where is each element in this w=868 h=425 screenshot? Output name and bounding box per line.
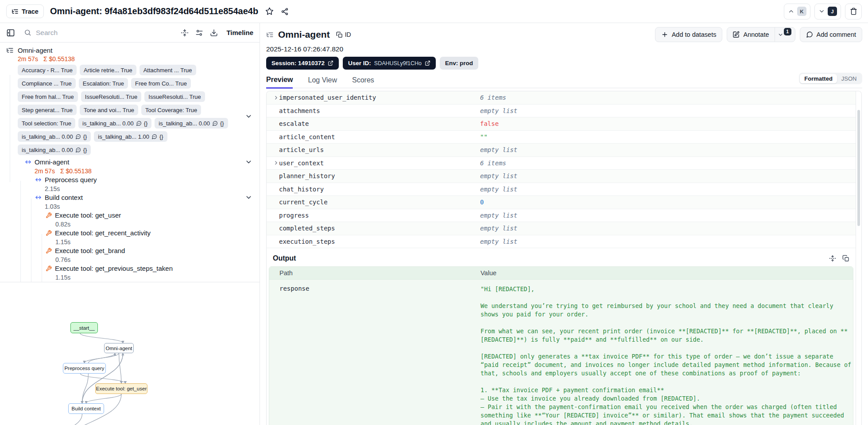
score-badge[interactable]: Compliance ... True: [18, 78, 76, 89]
tree-item[interactable]: Execute tool: get_user0.82s: [0, 211, 260, 229]
preview-row: article_content"": [267, 131, 856, 144]
copy-icon[interactable]: [842, 255, 849, 262]
wrench-icon: [46, 212, 52, 218]
score-badge[interactable]: Attachment ... True: [140, 65, 196, 75]
plus-icon: [661, 31, 668, 38]
preview-row: chat_historyempty list: [267, 183, 856, 196]
format-json[interactable]: JSON: [837, 74, 861, 83]
graph-node-execute-tool-get-user[interactable]: Execute tool: get_user: [95, 383, 147, 394]
root-name: Omni-agent: [18, 47, 52, 54]
expand-icon[interactable]: [829, 255, 836, 262]
collapse-panel-icon[interactable]: [6, 28, 15, 37]
tree-items: Omni-agent2m 57sΣ $0.55138Preprocess que…: [0, 158, 260, 282]
session-pill[interactable]: Session: 14910372: [266, 57, 339, 70]
list-tree-icon: [12, 8, 19, 15]
trace-title: Omni-agent: 9f4a81eb3df983f24d64d511e854…: [50, 6, 258, 16]
response-key: response: [279, 285, 480, 425]
tree-item-root[interactable]: Omni-agent 2m 57s Σ $0.55138: [0, 43, 260, 63]
share-icon[interactable]: [281, 8, 289, 16]
chevron-right-icon: [273, 160, 279, 166]
score-badges: Accuracy - R... TrueArticle retrie... Tr…: [18, 65, 260, 155]
annotate-button[interactable]: Annotate: [727, 27, 774, 42]
annotate-dropdown-button[interactable]: 1: [775, 27, 795, 42]
download-icon[interactable]: [210, 29, 218, 37]
search-input[interactable]: [36, 29, 147, 37]
list-tree-icon: [6, 47, 14, 54]
preview-row[interactable]: impersonated_user_identity6 items: [267, 91, 856, 105]
score-badge[interactable]: Free from hal... True: [18, 91, 78, 102]
graph-node-omni-agent[interactable]: Omni-agent: [104, 343, 134, 353]
add-to-datasets-button[interactable]: Add to datasets: [655, 27, 723, 42]
graph-node-preprocess-query[interactable]: Preprocess query: [63, 363, 106, 374]
graph-node-build-context[interactable]: Build context: [68, 403, 104, 414]
wrench-icon: [46, 265, 52, 272]
chevron-down-icon: [245, 158, 252, 166]
score-badge[interactable]: is_talking_ab... 0.00{}: [18, 144, 91, 155]
detail-tabs: Preview Log View Scores Formatted JSON: [266, 75, 862, 88]
comment-bubble-icon: [212, 121, 218, 126]
format-formatted[interactable]: Formatted: [800, 74, 837, 83]
score-badge[interactable]: Free from Co... True: [131, 78, 191, 89]
collapse-node-icon[interactable]: [245, 194, 252, 201]
settings-icon[interactable]: [195, 29, 203, 37]
copy-id-button[interactable]: ID: [336, 31, 351, 38]
top-bar: Trace Omni-agent: 9f4a81eb3df983f24d64d5…: [0, 0, 868, 23]
tab-log-view[interactable]: Log View: [308, 76, 337, 88]
wrench-icon: [46, 230, 52, 236]
chevron-down-icon: [818, 8, 825, 15]
score-badge[interactable]: is_talking_ab... 0.00{}: [78, 118, 151, 129]
trace-label: Trace: [22, 8, 39, 15]
tree-item[interactable]: Execute tool: get_brand0.76s: [0, 246, 260, 264]
collapse-node-icon[interactable]: [245, 158, 252, 166]
tree-item[interactable]: Preprocess query2.15s: [0, 175, 260, 193]
graph-node--start-[interactable]: __start__: [70, 322, 98, 333]
score-badge[interactable]: Accuracy - R... True: [18, 65, 77, 75]
trace-timestamp: 2025-12-16 07:26:47.820: [266, 45, 343, 53]
preview-scrollbar[interactable]: [856, 91, 861, 425]
preview-row: article_urlsempty list: [267, 144, 856, 157]
preview-row: planner_historyempty list: [267, 170, 856, 183]
tree-item[interactable]: Omni-agent2m 57sΣ $0.55138: [0, 158, 260, 175]
comment-icon: [806, 31, 813, 38]
tab-preview[interactable]: Preview: [266, 76, 293, 89]
user-id-value: SDAHUSLy9f1CHo: [374, 60, 422, 66]
user-id-pill[interactable]: User ID: SDAHUSLy9f1CHo: [343, 57, 436, 70]
list-tree-icon: [266, 31, 274, 39]
value-header: Value: [480, 269, 496, 277]
output-table: Path Value response "Hi [REDACTED], We u…: [269, 266, 853, 425]
preview-row[interactable]: user_context6 items: [267, 157, 856, 170]
tree-item[interactable]: Execute tool: get_recent_activity1.15s: [0, 229, 260, 246]
score-badge[interactable]: Tool selection: True: [18, 118, 75, 129]
prev-trace-button[interactable]: K: [784, 4, 810, 19]
score-badge[interactable]: IssueResoluti... True: [144, 91, 205, 102]
score-badge[interactable]: is_talking_ab... 0.00{}: [18, 131, 91, 142]
score-badge[interactable]: is_talking_ab... 0.00{}: [155, 118, 228, 129]
score-badge[interactable]: Step generat... True: [18, 105, 77, 115]
tree-item[interactable]: Execute tool: get_previous_steps_taken1.…: [0, 264, 260, 282]
next-trace-button[interactable]: J: [814, 4, 841, 19]
score-badge[interactable]: is_talking_ab... 1.00{}: [94, 131, 167, 142]
tab-scores[interactable]: Scores: [352, 76, 374, 88]
collapse-badges-icon[interactable]: [245, 113, 252, 120]
trace-tree: Omni-agent 2m 57s Σ $0.55138 Accuracy - …: [0, 43, 260, 282]
add-comment-button[interactable]: Add comment: [800, 27, 862, 42]
shortcut-key-j: J: [828, 7, 837, 16]
trace-sidebar: Timeline Omni-agent 2m 57s Σ $0.55138 Ac…: [0, 23, 260, 425]
scrollbar-thumb[interactable]: [857, 110, 860, 226]
tree-item[interactable]: Build context1.03s: [0, 193, 260, 211]
score-badge[interactable]: Escalation: True: [79, 78, 128, 89]
score-badge[interactable]: Article retrie... True: [80, 65, 136, 75]
score-badge[interactable]: Tone and voi... True: [80, 105, 138, 115]
fold-all-icon[interactable]: [181, 29, 189, 37]
output-row: response "Hi [REDACTED], We understand y…: [269, 280, 853, 425]
timeline-toggle[interactable]: Timeline: [226, 29, 253, 36]
chevron-right-icon: [273, 95, 279, 101]
delete-trace-button[interactable]: [845, 4, 862, 19]
star-icon[interactable]: [265, 7, 274, 16]
score-badge[interactable]: IssueResoluti... True: [81, 91, 142, 102]
span-icon: [25, 159, 31, 165]
preview-row: current_cycle0: [267, 196, 856, 209]
trace-breadcrumb[interactable]: Trace: [6, 4, 44, 18]
preview-pane: impersonated_user_identity6 itemsattachm…: [266, 91, 862, 425]
score-badge[interactable]: Tool Coverage: True: [141, 105, 201, 115]
